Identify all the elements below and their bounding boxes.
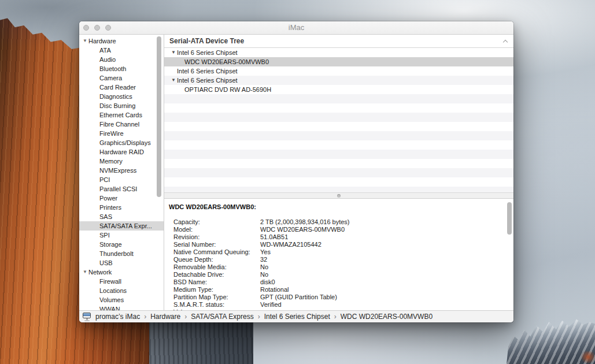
breadcrumb: › promac’s iMac › Hardware › SATA/SATA E… <box>79 310 513 322</box>
titlebar[interactable]: iMac <box>79 21 513 35</box>
device-tree-row-label: Intel 6 Series Chipset <box>177 49 238 56</box>
sidebar-item-label: NVMExpress <box>99 167 136 174</box>
detail-row: Serial Number: WD-WMAZA2105442 <box>169 241 509 248</box>
detail-row: S.M.A.R.T. status: Verified <box>169 301 509 309</box>
sidebar-item[interactable]: ▼ Diagnostics <box>79 92 164 101</box>
sidebar-item[interactable]: ▼ NVMExpress <box>79 166 164 175</box>
sidebar-item[interactable]: ▼ Hardware RAID <box>79 147 164 157</box>
sidebar-item[interactable]: ▼ SPI <box>79 231 164 240</box>
detail-row-label: Queue Depth: <box>173 256 260 263</box>
panel-splitter[interactable] <box>164 192 513 199</box>
device-tree-row[interactable]: ▼ Intel 6 Series Chipset <box>164 48 513 57</box>
sidebar-item[interactable]: ▼ Camera <box>79 73 164 83</box>
sidebar-item[interactable]: ▼ Power <box>79 194 164 203</box>
detail-row: Model: WDC WD20EARS-00MVWB0 <box>169 226 509 233</box>
detail-row: Partition Map Type: GPT (GUID Partition … <box>169 294 509 301</box>
detail-row-value: Rotational <box>260 286 509 294</box>
wallpaper-red-tree <box>581 351 594 364</box>
detail-row-label: Medium Type: <box>173 286 260 294</box>
breadcrumb-items: › promac’s iMac › Hardware › SATA/SATA E… <box>95 313 433 321</box>
sidebar-item[interactable]: ▼ USB <box>79 258 164 268</box>
imac-icon <box>83 313 92 321</box>
detail-row-value: WD-WMAZA2105442 <box>260 241 509 248</box>
sidebar-item[interactable]: ▼ Audio <box>79 55 164 64</box>
sidebar-item-label: USB <box>99 259 113 266</box>
sidebar-item[interactable]: ▼ Ethernet Cards <box>79 110 164 120</box>
breadcrumb-item[interactable]: › Intel 6 Series Chipset <box>254 313 330 321</box>
breadcrumb-item-label: WDC WD20EARS-00MVWB0 <box>341 313 433 321</box>
sidebar-item[interactable]: ▼ Locations <box>79 286 164 295</box>
device-tree-row[interactable]: ▼ Intel 6 Series Chipset <box>164 76 513 85</box>
device-tree-row[interactable]: ▼ OPTIARC DVD RW AD-5690H <box>164 85 513 94</box>
disclosure-triangle-icon[interactable]: ▼ <box>171 76 177 85</box>
sidebar-item-label: FireWire <box>99 130 124 137</box>
detail-row-value: No <box>260 271 509 278</box>
sidebar-item-label: Locations <box>99 287 127 294</box>
sidebar-item-label: Graphics/Displays <box>99 139 151 146</box>
breadcrumb-item[interactable]: › promac’s iMac <box>95 313 140 321</box>
detail-row: Medium Type: Rotational <box>169 286 509 294</box>
sidebar-item[interactable]: ▼ SATA/SATA Expr... <box>79 221 164 231</box>
sidebar-item[interactable]: ▼ ATA <box>79 46 164 55</box>
sidebar-item-label: Ethernet Cards <box>99 112 142 118</box>
device-tree-row-label: Intel 6 Series Chipset <box>177 68 238 75</box>
detail-row-label: Serial Number: <box>173 241 260 248</box>
sidebar-item-label: Camera <box>99 75 122 81</box>
sidebar-item[interactable]: ▼ FireWire <box>79 129 164 138</box>
sidebar-item-label: SPI <box>99 232 110 239</box>
window-body: ▼ Hardware ▼ ATA ▼ Audio ▼ Bluetooth ▼ C… <box>79 35 513 311</box>
sidebar-item[interactable]: ▼ Card Reader <box>79 83 164 92</box>
sidebar-item[interactable]: ▼ Graphics/Displays <box>79 138 164 147</box>
device-tree-row[interactable]: ▼ WDC WD20EARS-00MVWB0 <box>164 57 513 66</box>
breadcrumb-item-label: promac’s iMac <box>95 313 140 321</box>
sidebar-item-label: Storage <box>99 241 122 248</box>
sidebar-item[interactable]: ▼ SAS <box>79 212 164 221</box>
breadcrumb-item[interactable]: › Hardware <box>140 313 180 321</box>
detail-row-value: 32 <box>260 256 509 263</box>
sidebar-item[interactable]: ▼ Thunderbolt <box>79 249 164 258</box>
disclosure-triangle-icon[interactable]: ▼ <box>171 48 177 57</box>
sidebar-item-label: PCI <box>99 176 110 183</box>
detail-row: Capacity: 2 TB (2,000,398,934,016 bytes) <box>169 218 509 226</box>
device-tree-row[interactable]: ▼ Intel 6 Series Chipset <box>164 66 513 76</box>
breadcrumb-separator-icon: › <box>184 313 187 321</box>
detail-row-value: WDC WD20EARS-00MVWB0 <box>260 226 509 233</box>
sidebar-item-label: Disc Burning <box>99 102 135 109</box>
sidebar-item[interactable]: ▼ Network <box>79 268 164 277</box>
sidebar-item[interactable]: ▼ Disc Burning <box>79 101 164 110</box>
disclosure-triangle-icon[interactable]: ▼ <box>83 268 88 277</box>
detail-scrollbar-thumb[interactable] <box>507 202 512 235</box>
detail-row: Queue Depth: 32 <box>169 256 509 263</box>
sidebar-item[interactable]: ▼ Volumes <box>79 295 164 304</box>
sidebar-item[interactable]: ▼ Parallel SCSI <box>79 184 164 194</box>
sidebar-item[interactable]: ▼ Firewall <box>79 277 164 286</box>
breadcrumb-separator-icon: › <box>334 313 337 321</box>
detail-row-value: disk0 <box>260 278 509 286</box>
sidebar-item-label: Fibre Channel <box>99 121 139 128</box>
sidebar-item-label: Network <box>88 269 112 276</box>
breadcrumb-separator-icon: › <box>258 313 260 321</box>
sidebar-item[interactable]: ▼ Memory <box>79 157 164 166</box>
sidebar-scrollbar-thumb[interactable] <box>157 36 161 197</box>
sidebar-category-tree: ▼ Hardware ▼ ATA ▼ Audio ▼ Bluetooth ▼ C… <box>79 35 164 311</box>
detail-row-value: No <box>260 263 509 271</box>
sidebar-item[interactable]: ▼ Printers <box>79 203 164 212</box>
chevron-up-icon[interactable] <box>503 39 508 44</box>
detail-row: BSD Name: disk0 <box>169 278 509 286</box>
sidebar-item-label: Printers <box>99 204 121 211</box>
sidebar-item-label: Thunderbolt <box>99 250 134 257</box>
breadcrumb-item[interactable]: › WDC WD20EARS-00MVWB0 <box>330 313 433 321</box>
device-tree-header: Serial-ATA Device Tree <box>164 35 513 48</box>
sidebar-item-label: Memory <box>99 158 123 165</box>
breadcrumb-item-label: Hardware <box>150 313 180 321</box>
sidebar-item[interactable]: ▼ Bluetooth <box>79 64 164 73</box>
disclosure-triangle-icon[interactable]: ▼ <box>83 36 88 46</box>
sidebar-item[interactable]: ▼ Hardware <box>79 36 164 46</box>
main-content: Serial-ATA Device Tree ▼ Intel 6 Series … <box>164 35 513 311</box>
breadcrumb-item-label: Intel 6 Series Chipset <box>264 313 330 321</box>
detail-row-label: Revision: <box>173 233 260 241</box>
sidebar-item[interactable]: ▼ Storage <box>79 240 164 249</box>
sidebar-item[interactable]: ▼ Fibre Channel <box>79 120 164 129</box>
breadcrumb-item[interactable]: › SATA/SATA Express <box>180 313 253 321</box>
sidebar-item[interactable]: ▼ PCI <box>79 175 164 184</box>
